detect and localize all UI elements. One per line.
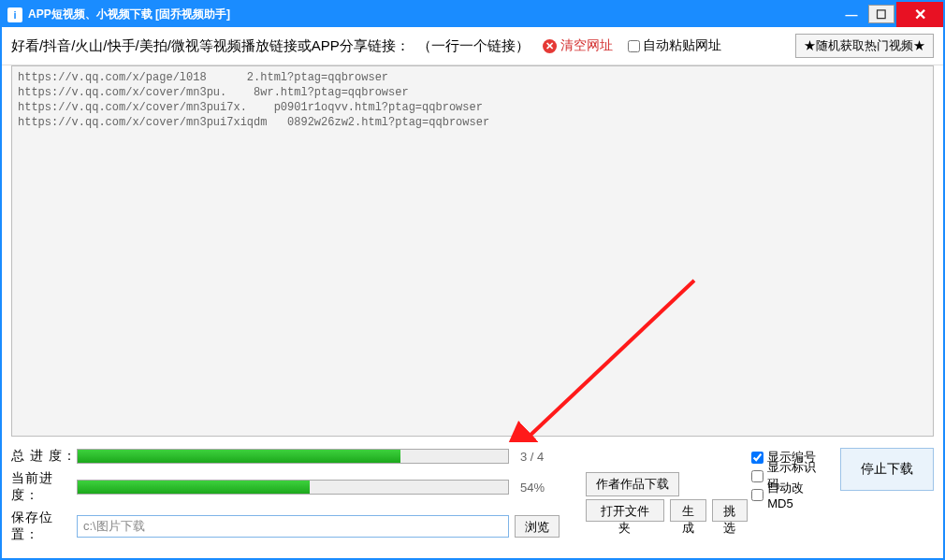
app-icon: i [7,7,22,22]
author-works-button[interactable]: 作者作品下载 [586,472,679,496]
url-line: https://v.qq.com/x/page/l018 2.html?ptag… [18,70,927,85]
total-progress-text: 3 / 4 [520,450,544,464]
url-input-area[interactable]: https://v.qq.com/x/page/l018 2.html?ptag… [11,65,934,437]
url-line: https://v.qq.com/x/cover/mn3pui7x. p0901… [18,100,927,115]
pick-button[interactable]: 挑选 [712,499,749,522]
maximize-button[interactable]: ☐ [868,5,894,23]
open-folder-button[interactable]: 打开文件夹 [586,499,664,522]
current-progress-text: 54% [520,481,545,495]
clear-urls-button[interactable]: ✕ 清空网址 [543,37,613,54]
auto-paste-label: 自动粘贴网址 [643,37,721,54]
minimize-button[interactable]: — [836,2,866,27]
titlebar: i APP短视频、小视频下载 [固乔视频助手] — ☐ ✕ [2,2,943,27]
generate-button[interactable]: 生成 [670,499,706,522]
clear-icon: ✕ [543,39,557,53]
auto-md5-checkbox[interactable]: 自动改MD5 [751,485,827,504]
total-progress-label: 总 进 度： [11,448,77,465]
auto-md5-label: 自动改MD5 [767,480,827,510]
total-progress-bar [77,449,509,464]
save-path-input[interactable] [77,515,509,538]
clear-urls-label: 清空网址 [560,37,613,54]
per-line-label: （一行一个链接） [417,37,530,55]
current-progress-bar [77,480,509,495]
random-hot-video-button[interactable]: ★随机获取热门视频★ [795,34,934,58]
close-button[interactable]: ✕ [896,2,943,27]
auto-md5-input[interactable] [751,489,763,501]
browse-button[interactable]: 浏览 [515,515,560,538]
url-line: https://v.qq.com/x/cover/mn3pu. 8wr.html… [18,85,927,100]
auto-paste-checkbox[interactable]: 自动粘贴网址 [628,37,721,54]
stop-download-button[interactable]: 停止下载 [840,448,934,491]
instruction-label: 好看/抖音/火山/快手/美拍/微视等视频播放链接或APP分享链接： [11,37,410,55]
current-progress-label: 当前进度： [11,470,77,504]
toolbar: 好看/抖音/火山/快手/美拍/微视等视频播放链接或APP分享链接： （一行一个链… [2,27,943,65]
auto-paste-input[interactable] [628,40,640,52]
url-line: https://v.qq.com/x/cover/mn3pui7xiqdm 08… [18,115,927,130]
save-location-label: 保存位置： [11,510,77,543]
show-number-input[interactable] [751,452,763,464]
show-id-code-input[interactable] [751,470,763,482]
window-title: APP短视频、小视频下载 [固乔视频助手] [28,7,230,22]
